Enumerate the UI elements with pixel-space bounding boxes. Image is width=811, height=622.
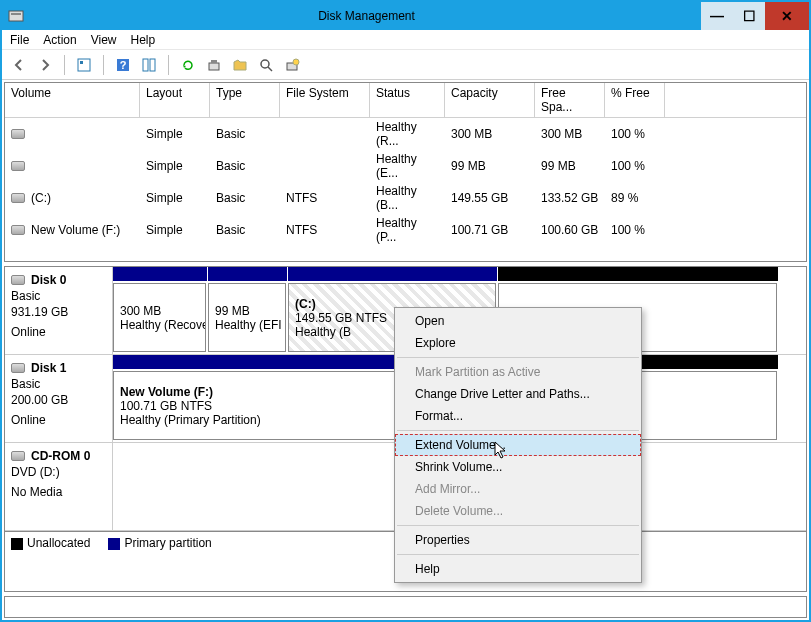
col-volume[interactable]: Volume <box>5 83 140 117</box>
volume-row[interactable]: SimpleBasicHealthy (E...99 MB99 MB100 % <box>5 150 806 182</box>
volume-row[interactable]: SimpleBasicHealthy (R...300 MB300 MB100 … <box>5 118 806 150</box>
svg-point-10 <box>261 60 269 68</box>
col-status[interactable]: Status <box>370 83 445 117</box>
toolbar-btn-5[interactable] <box>255 54 277 76</box>
menu-view[interactable]: View <box>91 33 117 47</box>
col-free[interactable]: Free Spa... <box>535 83 605 117</box>
volume-row[interactable]: (C:)SimpleBasicNTFSHealthy (B...149.55 G… <box>5 182 806 214</box>
svg-text:?: ? <box>120 59 127 71</box>
col-capacity[interactable]: Capacity <box>445 83 535 117</box>
svg-rect-2 <box>78 59 90 71</box>
toolbar-btn-1[interactable] <box>73 54 95 76</box>
svg-rect-3 <box>80 61 83 64</box>
volume-row[interactable]: New Volume (F:)SimpleBasicNTFSHealthy (P… <box>5 214 806 246</box>
menu-action[interactable]: Action <box>43 33 76 47</box>
menu-separator <box>397 525 639 526</box>
drive-icon <box>11 225 25 235</box>
disk-icon <box>11 363 25 373</box>
legend-swatch-primary <box>108 538 120 550</box>
menu-item[interactable]: Shrink Volume... <box>395 456 641 478</box>
toolbar-btn-2[interactable] <box>138 54 160 76</box>
disk-info[interactable]: Disk 0Basic931.19 GBOnline <box>5 267 113 354</box>
col-filesystem[interactable]: File System <box>280 83 370 117</box>
disk-icon <box>11 275 25 285</box>
disk-info[interactable]: CD-ROM 0DVD (D:)No Media <box>5 443 113 530</box>
toolbar-btn-4[interactable] <box>229 54 251 76</box>
menu-item: Add Mirror... <box>395 478 641 500</box>
svg-line-11 <box>268 67 272 71</box>
menu-file[interactable]: File <box>10 33 29 47</box>
svg-rect-0 <box>9 11 23 21</box>
svg-rect-6 <box>143 59 148 71</box>
disk-icon <box>11 451 25 461</box>
minimize-button[interactable]: — <box>701 2 733 30</box>
drive-icon <box>11 193 25 203</box>
menu-help[interactable]: Help <box>131 33 156 47</box>
app-icon <box>8 8 24 24</box>
menu-item[interactable]: Open <box>395 310 641 332</box>
drive-icon <box>11 129 25 139</box>
toolbar-btn-3[interactable] <box>203 54 225 76</box>
menu-separator <box>397 554 639 555</box>
toolbar-btn-6[interactable] <box>281 54 303 76</box>
partition[interactable]: 99 MBHealthy (EFI S <box>208 283 286 352</box>
window: Disk Management — ☐ ✕ File Action View H… <box>0 0 811 622</box>
column-headers: Volume Layout Type File System Status Ca… <box>5 83 806 118</box>
refresh-icon[interactable] <box>177 54 199 76</box>
svg-point-13 <box>293 59 299 65</box>
maximize-button[interactable]: ☐ <box>733 2 765 30</box>
svg-rect-1 <box>11 13 21 15</box>
menubar: File Action View Help <box>2 30 809 50</box>
svg-rect-7 <box>150 59 155 71</box>
menu-item[interactable]: Format... <box>395 405 641 427</box>
menu-item[interactable]: Change Drive Letter and Paths... <box>395 383 641 405</box>
window-controls: — ☐ ✕ <box>701 2 809 30</box>
window-title: Disk Management <box>32 9 701 23</box>
partition[interactable]: 300 MBHealthy (Recover <box>113 283 206 352</box>
statusbar <box>4 596 807 618</box>
titlebar[interactable]: Disk Management — ☐ ✕ <box>2 2 809 30</box>
menu-separator <box>397 357 639 358</box>
help-icon[interactable]: ? <box>112 54 134 76</box>
disk-info[interactable]: Disk 1Basic200.00 GBOnline <box>5 355 113 442</box>
toolbar: ? <box>2 50 809 80</box>
menu-item[interactable]: Help <box>395 558 641 580</box>
svg-rect-9 <box>211 60 217 63</box>
back-button[interactable] <box>8 54 30 76</box>
legend-swatch-unallocated <box>11 538 23 550</box>
context-menu[interactable]: OpenExploreMark Partition as ActiveChang… <box>394 307 642 583</box>
menu-item[interactable]: Extend Volume... <box>395 434 641 456</box>
menu-item: Delete Volume... <box>395 500 641 522</box>
menu-item: Mark Partition as Active <box>395 361 641 383</box>
close-button[interactable]: ✕ <box>765 2 809 30</box>
forward-button[interactable] <box>34 54 56 76</box>
volume-list[interactable]: Volume Layout Type File System Status Ca… <box>4 82 807 262</box>
col-type[interactable]: Type <box>210 83 280 117</box>
menu-item[interactable]: Properties <box>395 529 641 551</box>
drive-icon <box>11 161 25 171</box>
col-layout[interactable]: Layout <box>140 83 210 117</box>
menu-separator <box>397 430 639 431</box>
svg-rect-8 <box>209 63 219 70</box>
col-pctfree[interactable]: % Free <box>605 83 665 117</box>
menu-item[interactable]: Explore <box>395 332 641 354</box>
